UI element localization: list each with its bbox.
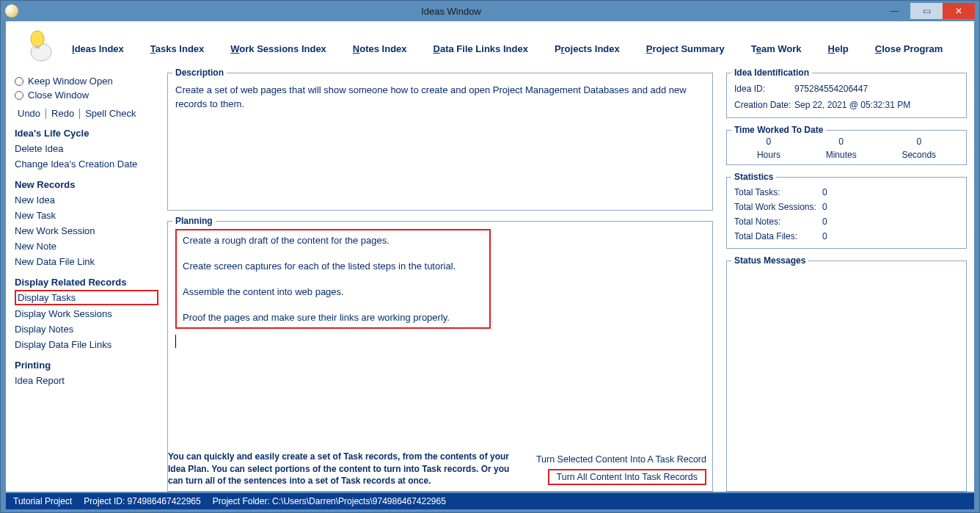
center-column: Description Create a set of web pages th…: [160, 68, 720, 492]
titlebar: Ideas Window — ▭ ✕: [1, 1, 979, 21]
radio-icon: [15, 77, 23, 86]
statistics-fieldset: Statistics Total Tasks:0 Total Work Sess…: [726, 177, 967, 249]
spellcheck-link[interactable]: Spell Check: [82, 108, 139, 119]
planning-highlight: Create a rough draft of the content for …: [175, 229, 491, 329]
description-textarea[interactable]: Create a set of web pages that will show…: [168, 73, 712, 119]
display-notes-link[interactable]: Display Notes: [15, 321, 158, 337]
status-project-name: Tutorial Project: [13, 496, 72, 506]
hours-label: Hours: [757, 150, 780, 160]
menu-project-summary[interactable]: Project Summary: [646, 43, 725, 54]
separator-icon: [45, 109, 46, 119]
menu-team-work[interactable]: Team Work: [751, 43, 802, 54]
main-menu: Ideas Index Tasks Index Work Sessions In…: [72, 37, 959, 54]
new-records-heading: New Records: [15, 179, 158, 190]
idea-identification-fieldset: Idea Identification Idea ID: 97528455420…: [726, 73, 967, 118]
radio-icon: [15, 91, 23, 100]
statistics-legend: Statistics: [731, 172, 776, 182]
app-icon: [5, 4, 18, 18]
display-related-heading: Display Related Records: [15, 277, 158, 288]
creation-date-value: Sep 22, 2021 @ 05:32:31 PM: [794, 100, 910, 110]
turn-all-into-tasks-link[interactable]: Turn All Content Into Task Records: [548, 469, 706, 485]
status-messages-legend: Status Messages: [731, 255, 808, 266]
turn-selected-into-task-link[interactable]: Turn Selected Content Into A Task Record: [536, 454, 706, 465]
seconds-label: Seconds: [902, 150, 936, 160]
life-cycle-heading: Idea's Life Cycle: [15, 128, 158, 139]
new-note-link[interactable]: New Note: [15, 239, 158, 254]
new-task-link[interactable]: New Task: [15, 208, 158, 223]
window-title: Ideas Window: [24, 6, 878, 17]
app-logo: [21, 27, 57, 64]
status-bar: Tutorial Project Project ID: 97498646742…: [6, 493, 974, 509]
radio-keep-window-open[interactable]: Keep Window Open: [15, 74, 158, 88]
close-button[interactable]: ✕: [943, 3, 975, 19]
display-data-file-links-link[interactable]: Display Data File Links: [15, 337, 158, 352]
status-project-id: Project ID: 974986467422965: [84, 496, 200, 506]
change-creation-date-link[interactable]: Change Idea's Creation Date: [15, 156, 158, 172]
menu-notes-index[interactable]: Notes Index: [353, 43, 407, 54]
planning-line: Assemble the content into web pages.: [183, 286, 483, 297]
seconds-value: 0: [902, 137, 936, 147]
menu-tasks-index[interactable]: Tasks Index: [150, 43, 204, 54]
total-ws-value: 0: [822, 202, 827, 212]
time-worked-legend: Time Worked To Date: [731, 125, 826, 135]
display-tasks-link[interactable]: Display Tasks: [15, 290, 158, 305]
idea-id-label: Idea ID:: [734, 84, 794, 94]
undo-link[interactable]: Undo: [15, 108, 43, 119]
sidebar: Keep Window Open Close Window Undo Redo …: [13, 68, 160, 492]
idea-report-link[interactable]: Idea Report: [15, 373, 158, 388]
status-project-folder: Project Folder: C:\Users\Darren\Projects…: [213, 496, 446, 506]
menu-close-program[interactable]: Close Program: [875, 43, 943, 54]
edit-toolbar: Undo Redo Spell Check: [15, 108, 158, 119]
delete-idea-link[interactable]: Delete Idea: [15, 141, 158, 156]
text-cursor-icon: [175, 335, 176, 348]
radio-label: Keep Window Open: [28, 76, 113, 87]
display-work-sessions-link[interactable]: Display Work Sessions: [15, 306, 158, 321]
planning-footer-text: You can quickly and easily create a set …: [168, 451, 522, 487]
minimize-button[interactable]: —: [878, 3, 910, 19]
printing-heading: Printing: [15, 360, 158, 371]
menu-data-file-links-index[interactable]: Data File Links Index: [434, 43, 528, 54]
status-messages-fieldset: Status Messages: [726, 261, 967, 492]
planning-line: Create screen captures for each of the l…: [183, 261, 483, 272]
minutes-label: Minutes: [826, 150, 857, 160]
planning-line: Proof the pages and make sure their link…: [183, 312, 483, 323]
menu-help[interactable]: Help: [828, 43, 849, 54]
redo-link[interactable]: Redo: [48, 108, 77, 119]
creation-date-label: Creation Date:: [734, 100, 794, 110]
window-frame: Ideas Window — ▭ ✕ Ideas Index Tasks Ind…: [0, 0, 980, 513]
minutes-value: 0: [826, 137, 857, 147]
svg-rect-2: [35, 46, 40, 48]
planning-fieldset: Planning Create a rough draft of the con…: [167, 221, 713, 492]
separator-icon: [79, 109, 80, 119]
hours-value: 0: [757, 137, 780, 147]
radio-label: Close Window: [28, 90, 89, 101]
total-tasks-value: 0: [822, 187, 827, 197]
planning-footer-links: Turn Selected Content Into A Task Record…: [536, 454, 706, 487]
planning-line: Create a rough draft of the content for …: [183, 235, 483, 246]
description-fieldset: Description Create a set of web pages th…: [167, 73, 713, 211]
total-notes-value: 0: [822, 217, 827, 227]
menu-projects-index[interactable]: Projects Index: [555, 43, 620, 54]
idea-identification-legend: Idea Identification: [731, 68, 812, 78]
new-data-file-link-link[interactable]: New Data File Link: [15, 254, 158, 269]
client-area: Ideas Index Tasks Index Work Sessions In…: [6, 21, 974, 492]
total-tasks-label: Total Tasks:: [734, 187, 822, 197]
right-column: Idea Identification Idea ID: 97528455420…: [720, 68, 967, 492]
total-df-label: Total Data Files:: [734, 231, 822, 241]
maximize-button[interactable]: ▭: [910, 3, 943, 19]
menu-work-sessions-index[interactable]: Work Sessions Index: [230, 43, 326, 54]
description-legend: Description: [172, 68, 227, 78]
svg-point-1: [31, 31, 44, 47]
body: Keep Window Open Close Window Undo Redo …: [6, 68, 974, 492]
total-notes-label: Total Notes:: [734, 217, 822, 227]
menu-ideas-index[interactable]: Ideas Index: [72, 43, 124, 54]
planning-textarea[interactable]: Create a rough draft of the content for …: [168, 222, 712, 448]
radio-close-window[interactable]: Close Window: [15, 88, 158, 102]
topbar: Ideas Index Tasks Index Work Sessions In…: [6, 21, 974, 68]
time-worked-fieldset: Time Worked To Date 0 Hours 0 Minutes 0: [726, 130, 967, 165]
planning-footer: You can quickly and easily create a set …: [168, 448, 712, 491]
idea-id-value: 975284554206447: [794, 84, 868, 94]
total-df-value: 0: [822, 231, 827, 241]
new-idea-link[interactable]: New Idea: [15, 192, 158, 208]
new-work-session-link[interactable]: New Work Session: [15, 223, 158, 239]
